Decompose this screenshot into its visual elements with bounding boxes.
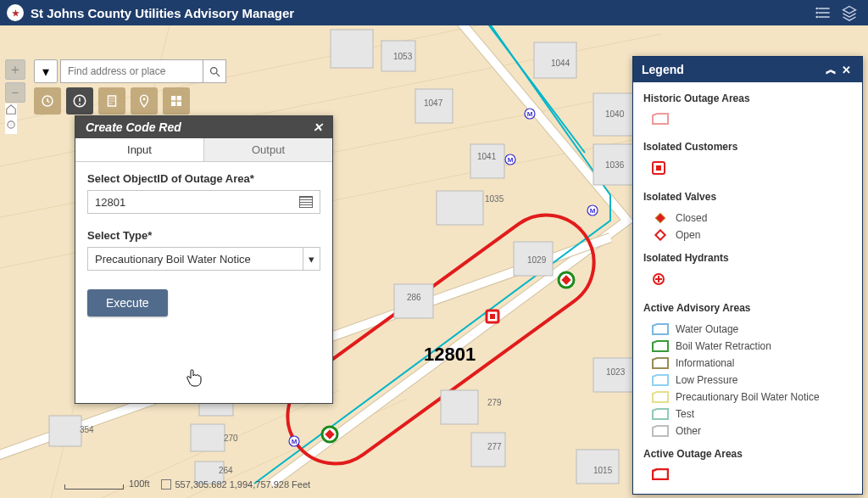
search-source-dropdown[interactable]: ▾ xyxy=(34,59,58,83)
svg-point-58 xyxy=(79,104,81,105)
panel-close-button[interactable]: ✕ xyxy=(310,120,326,134)
svg-text:270: 270 xyxy=(224,434,238,443)
svg-text:1053: 1053 xyxy=(393,52,413,61)
tool-history-button[interactable] xyxy=(34,87,61,115)
svg-text:354: 354 xyxy=(80,425,94,434)
svg-rect-48 xyxy=(490,314,495,319)
legend-header[interactable]: Legend ︽ ✕ xyxy=(633,57,862,82)
locate-button[interactable] xyxy=(5,119,17,134)
valve-closed-icon xyxy=(559,272,574,288)
type-label: Select Type* xyxy=(87,229,320,242)
svg-rect-21 xyxy=(49,416,81,446)
svg-text:M: M xyxy=(590,207,596,215)
legend-section-iso-hyd: Isolated Hydrants xyxy=(643,252,852,264)
isolated-customer-icon xyxy=(487,311,498,322)
tool-locate-button[interactable] xyxy=(131,87,158,115)
legend-section-active-adv: Active Advisory Areas xyxy=(643,302,852,314)
zoom-out-button[interactable]: － xyxy=(5,82,25,103)
app-title: St Johns County Utilities Advisory Manag… xyxy=(31,6,810,20)
legend-section-iso-valves: Isolated Valves xyxy=(643,191,852,203)
isolated-customer-swatch xyxy=(652,161,665,175)
attribute-table-button[interactable] xyxy=(812,3,836,23)
legend-valve-closed: Closed xyxy=(643,210,852,227)
svg-text:1044: 1044 xyxy=(551,59,570,68)
meter-icon: M xyxy=(525,109,535,119)
svg-rect-63 xyxy=(171,102,175,106)
tab-output[interactable]: Output xyxy=(204,138,332,161)
tool-basemap-button[interactable] xyxy=(163,87,190,115)
objectid-label: Select ObjectID of Outage Area* xyxy=(87,172,320,185)
coord-icon xyxy=(161,479,171,490)
svg-point-60 xyxy=(143,98,146,100)
tool-tray xyxy=(34,87,190,115)
svg-point-55 xyxy=(210,67,217,74)
zoom-controls: ＋ － xyxy=(5,59,25,105)
search-button[interactable] xyxy=(203,59,226,83)
panel-tabs: Input Output xyxy=(75,138,332,162)
svg-text:1029: 1029 xyxy=(527,255,547,265)
county-seal-icon xyxy=(7,4,24,21)
svg-rect-67 xyxy=(655,213,665,222)
list-icon xyxy=(815,4,832,21)
svg-text:1040: 1040 xyxy=(605,109,625,119)
map-canvas[interactable]: 12801 1053 1047 1044 1041 1040 xyxy=(0,25,868,498)
svg-text:1015: 1015 xyxy=(593,466,613,475)
svg-point-1 xyxy=(815,12,818,14)
tool-notes-button[interactable] xyxy=(98,87,125,115)
dropdown-arrow-icon[interactable]: ▾ xyxy=(303,248,320,270)
legend-title: Legend xyxy=(642,63,823,76)
grid-icon xyxy=(169,93,184,109)
objectid-value: 12801 xyxy=(95,196,125,209)
layers-icon xyxy=(841,4,858,21)
legend-section-historic: Historic Outage Areas xyxy=(643,92,852,104)
svg-rect-68 xyxy=(655,230,665,239)
tab-input[interactable]: Input xyxy=(75,138,204,161)
svg-text:277: 277 xyxy=(487,442,502,451)
svg-point-54 xyxy=(10,124,12,126)
svg-rect-17 xyxy=(441,390,478,424)
svg-rect-9 xyxy=(437,191,483,225)
panel-title: Create Code Red xyxy=(82,120,310,134)
app-header: St Johns County Utilities Advisory Manag… xyxy=(0,0,868,25)
objectid-input[interactable]: 12801 xyxy=(87,190,320,214)
svg-text:1036: 1036 xyxy=(605,160,625,170)
svg-text:264: 264 xyxy=(219,466,233,475)
svg-text:1023: 1023 xyxy=(606,367,626,377)
search-input[interactable] xyxy=(60,59,203,83)
scale-bar: 100ft 557,305.682 1,994,757.928 Feet xyxy=(64,479,310,490)
create-code-red-panel: Create Code Red ✕ Input Output Select Ob… xyxy=(75,115,333,404)
execute-button[interactable]: Execute xyxy=(87,289,168,316)
isolated-hydrant-swatch xyxy=(652,272,665,286)
legend-collapse-button[interactable]: ︽ xyxy=(823,62,838,77)
alert-icon xyxy=(72,93,87,109)
type-value: Precautionary Boil Water Notice xyxy=(95,253,251,266)
pin-icon xyxy=(136,93,152,109)
panel-header[interactable]: Create Code Red ✕ xyxy=(75,116,332,138)
svg-rect-62 xyxy=(177,96,181,100)
nav-controls xyxy=(5,104,17,134)
svg-rect-61 xyxy=(171,96,175,100)
list-picker-icon[interactable] xyxy=(299,196,313,208)
legend-body: Historic Outage Areas Isolated Customers… xyxy=(633,82,862,494)
outage-id-label: 12801 xyxy=(424,344,476,365)
coordinates-readout: 557,305.682 1,994,757.928 Feet xyxy=(161,479,310,490)
zoom-in-button[interactable]: ＋ xyxy=(5,59,25,80)
tool-code-red-button[interactable] xyxy=(66,87,93,115)
svg-text:279: 279 xyxy=(487,398,502,407)
clock-icon xyxy=(40,93,55,109)
svg-text:286: 286 xyxy=(407,293,421,302)
legend-close-button[interactable]: ✕ xyxy=(838,64,854,76)
type-select[interactable]: Precautionary Boil Water Notice ▾ xyxy=(87,247,320,271)
svg-rect-64 xyxy=(177,102,181,106)
legend-panel: Legend ︽ ✕ Historic Outage Areas Isolate… xyxy=(632,56,863,495)
svg-text:1047: 1047 xyxy=(424,98,443,108)
home-extent-button[interactable] xyxy=(5,104,17,119)
svg-point-0 xyxy=(815,8,818,10)
svg-text:M: M xyxy=(527,110,533,118)
layers-button[interactable] xyxy=(837,3,861,23)
scale-label: 100ft xyxy=(129,478,149,489)
svg-point-2 xyxy=(815,16,818,19)
active-outage-swatch xyxy=(652,468,669,480)
document-icon xyxy=(104,93,120,109)
svg-text:1041: 1041 xyxy=(477,152,497,161)
